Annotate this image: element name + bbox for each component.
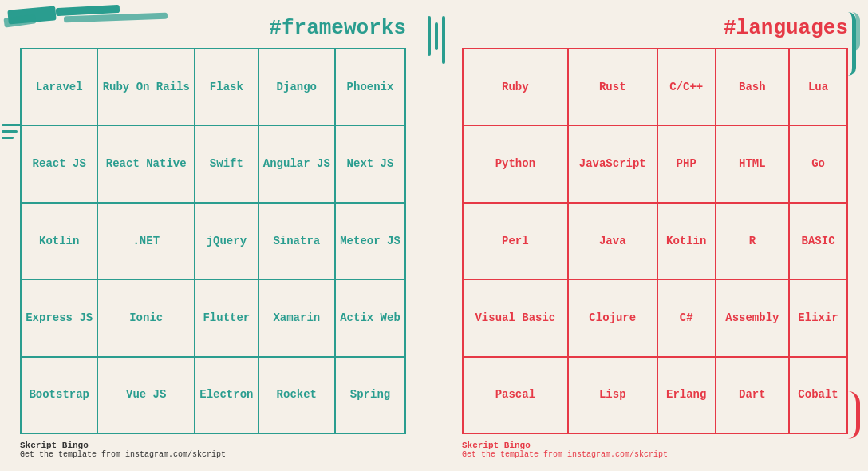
frameworks-cell-2-4: Meteor JS: [335, 203, 405, 279]
languages-cell-2-0: Perl: [463, 203, 568, 279]
languages-cell-1-0: Python: [463, 125, 568, 202]
languages-cell-4-2: Erlang: [657, 357, 716, 433]
languages-cell-3-3: Assembly: [716, 279, 789, 356]
languages-cell-3-4: Elixir: [789, 279, 847, 356]
languages-title: #languages: [462, 16, 848, 40]
languages-cell-3-1: Clojure: [568, 279, 657, 356]
frameworks-cell-1-3: Angular JS: [258, 125, 335, 202]
frameworks-cell-3-2: Flutter: [195, 279, 258, 356]
frameworks-cell-0-1: Ruby On Rails: [97, 49, 195, 125]
frameworks-cell-1-0: React JS: [21, 125, 97, 202]
frameworks-cell-4-3: Rocket: [258, 357, 335, 433]
languages-cell-4-4: Cobalt: [789, 357, 847, 433]
frameworks-cell-2-3: Sinatra: [258, 203, 335, 279]
languages-cell-0-3: Bash: [716, 49, 789, 125]
frameworks-cell-2-2: jQuery: [195, 203, 258, 279]
languages-cell-1-1: JavaScript: [568, 125, 657, 202]
languages-panel: #languages RubyRustC/C++BashLuaPythonJav…: [442, 0, 868, 471]
frameworks-cell-0-3: Django: [258, 49, 335, 125]
languages-footer: Skcript Bingo Get the template from inst…: [462, 441, 848, 459]
frameworks-cell-1-4: Next JS: [335, 125, 405, 202]
frameworks-cell-0-2: Flask: [195, 49, 258, 125]
frameworks-cell-0-0: Laravel: [21, 49, 97, 125]
frameworks-grid: LaravelRuby On RailsFlaskDjangoPhoenixRe…: [20, 48, 406, 434]
frameworks-panel: #frameworks LaravelRuby On RailsFlaskDja…: [0, 0, 426, 471]
panel-divider: [426, 0, 442, 471]
frameworks-footer-title: Skcript Bingo: [20, 441, 406, 450]
frameworks-cell-3-3: Xamarin: [258, 279, 335, 356]
languages-cell-1-3: HTML: [716, 125, 789, 202]
languages-cell-2-4: BASIC: [789, 203, 847, 279]
frameworks-cell-3-4: Actix Web: [335, 279, 405, 356]
languages-cell-4-0: Pascal: [463, 357, 568, 433]
frameworks-footer: Skcript Bingo Get the template from inst…: [20, 441, 406, 459]
languages-cell-4-1: Lisp: [568, 357, 657, 433]
languages-cell-0-0: Ruby: [463, 49, 568, 125]
languages-cell-0-4: Lua: [789, 49, 847, 125]
languages-grid: RubyRustC/C++BashLuaPythonJavaScriptPHPH…: [462, 48, 848, 434]
frameworks-cell-4-2: Electron: [195, 357, 258, 433]
languages-footer-sub: Get the template from instagram.com/skcr…: [462, 450, 848, 459]
languages-cell-2-1: Java: [568, 203, 657, 279]
deco-teal-brush-3: [56, 5, 120, 16]
languages-cell-1-2: PHP: [657, 125, 716, 202]
languages-cell-2-3: R: [716, 203, 789, 279]
frameworks-cell-4-0: Bootstrap: [21, 357, 97, 433]
frameworks-footer-sub: Get the template from instagram.com/skcr…: [20, 450, 406, 459]
languages-cell-2-2: Kotlin: [657, 203, 716, 279]
languages-cell-3-0: Visual Basic: [463, 279, 568, 356]
frameworks-cell-0-4: Phoenix: [335, 49, 405, 125]
languages-footer-title: Skcript Bingo: [462, 441, 848, 450]
languages-cell-1-4: Go: [789, 125, 847, 202]
frameworks-cell-1-1: React Native: [97, 125, 195, 202]
frameworks-cell-2-1: .NET: [97, 203, 195, 279]
languages-cell-0-2: C/C++: [657, 49, 716, 125]
deco-lines-left: [2, 124, 22, 139]
frameworks-cell-3-1: Ionic: [97, 279, 195, 356]
frameworks-cell-4-4: Spring: [335, 357, 405, 433]
frameworks-cell-2-0: Kotlin: [21, 203, 97, 279]
languages-cell-3-2: C#: [657, 279, 716, 356]
frameworks-title: #frameworks: [20, 16, 406, 40]
frameworks-cell-4-1: Vue JS: [97, 357, 195, 433]
frameworks-cell-3-0: Express JS: [21, 279, 97, 356]
frameworks-cell-1-2: Swift: [195, 125, 258, 202]
languages-cell-4-3: Dart: [716, 357, 789, 433]
languages-cell-0-1: Rust: [568, 49, 657, 125]
